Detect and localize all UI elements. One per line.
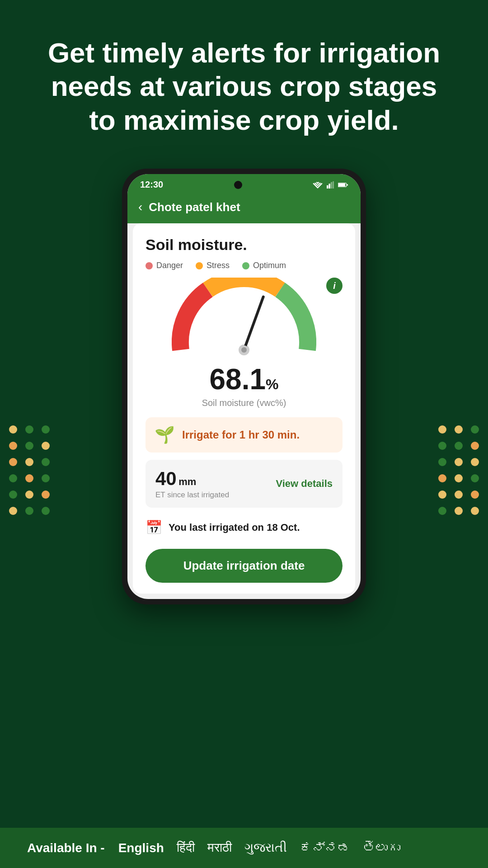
legend-stress: Stress <box>196 261 230 270</box>
signal-icon <box>326 181 334 189</box>
needle-group <box>244 297 263 350</box>
language-item[interactable]: हिंदी <box>177 840 195 855</box>
gauge-container: i <box>145 278 343 359</box>
stress-label: Stress <box>206 261 230 270</box>
gauge-svg <box>172 278 316 359</box>
irrigate-icon: 🌱 <box>155 425 175 444</box>
phone: 12:30 <box>122 169 366 604</box>
irrigate-banner: 🌱 Irrigate for 1 hr 30 min. <box>145 417 343 453</box>
moisture-value: 68.1% <box>145 363 343 396</box>
back-button[interactable]: ‹ <box>138 200 142 214</box>
et-info: 40 mm ET since last irrigated <box>155 468 229 500</box>
et-label: ET since last irrigated <box>155 491 229 500</box>
last-irrigated-text: You last irrigated on 18 Oct. <box>169 522 300 533</box>
optimum-label: Optimum <box>253 261 286 270</box>
phone-screen: 12:30 <box>127 174 361 599</box>
calendar-icon: 📅 <box>145 519 162 535</box>
content-card: Soil moisture. Danger Stress Optimum <box>133 223 355 594</box>
et-card: 40 mm ET since last irrigated View detai… <box>145 460 343 508</box>
status-bar: 12:30 <box>127 174 361 193</box>
available-label: Available In - <box>27 841 105 855</box>
et-unit: mm <box>178 476 196 487</box>
phone-wrapper: 12:30 <box>0 169 488 604</box>
last-irrigated: 📅 You last irrigated on 18 Oct. <box>145 515 343 540</box>
et-value: 40 <box>155 468 177 489</box>
wifi-icon <box>313 181 323 189</box>
language-list: Englishहिंदीमराठीગુજરાતીಕನ್ನಡతెలుగు <box>118 840 400 855</box>
bottom-bar: Available In - Englishहिंदीमराठीગુજરાતીಕ… <box>0 828 488 868</box>
language-item[interactable]: English <box>118 841 164 855</box>
stress-dot <box>196 262 203 269</box>
svg-rect-4 <box>328 184 330 189</box>
et-value-row: 40 mm <box>155 468 229 490</box>
moisture-label: Soil moisture (vwc%) <box>145 398 343 408</box>
svg-rect-8 <box>338 183 345 186</box>
language-item[interactable]: मराठी <box>207 840 232 855</box>
app-header-title: Chote patel khet <box>149 200 240 214</box>
info-button[interactable]: i <box>326 278 343 294</box>
battery-icon <box>338 181 348 189</box>
legend-danger: Danger <box>145 261 183 270</box>
danger-dot <box>145 262 153 269</box>
camera-notch <box>234 181 242 189</box>
danger-label: Danger <box>156 261 183 270</box>
svg-rect-5 <box>331 182 333 188</box>
status-time: 12:30 <box>140 179 163 190</box>
irrigate-text: Irrigate for 1 hr 30 min. <box>182 429 300 441</box>
moisture-percent: % <box>266 376 278 392</box>
update-irrigation-button[interactable]: Update irrigation date <box>145 549 343 583</box>
language-item[interactable]: తెలుగు <box>363 840 400 855</box>
language-item[interactable]: ગુજરાતી <box>244 840 287 855</box>
language-item[interactable]: ಕನ್ನಡ <box>300 840 350 855</box>
svg-rect-3 <box>327 185 328 189</box>
svg-point-14 <box>241 347 247 353</box>
legend: Danger Stress Optimum <box>145 261 343 270</box>
svg-rect-9 <box>347 184 348 185</box>
app-header: ‹ Chote patel khet <box>127 193 361 223</box>
svg-rect-6 <box>333 181 334 189</box>
legend-optimum: Optimum <box>242 261 286 270</box>
moisture-number: 68.1 <box>209 363 266 396</box>
status-icons <box>313 181 348 189</box>
svg-marker-2 <box>316 182 319 184</box>
header-title: Get timely alerts for irrigation needs a… <box>0 0 488 155</box>
optimum-dot <box>242 262 249 269</box>
svg-line-12 <box>244 297 263 350</box>
view-details-button[interactable]: View details <box>276 478 333 490</box>
info-icon: i <box>333 281 336 291</box>
soil-moisture-title: Soil moisture. <box>145 236 343 254</box>
